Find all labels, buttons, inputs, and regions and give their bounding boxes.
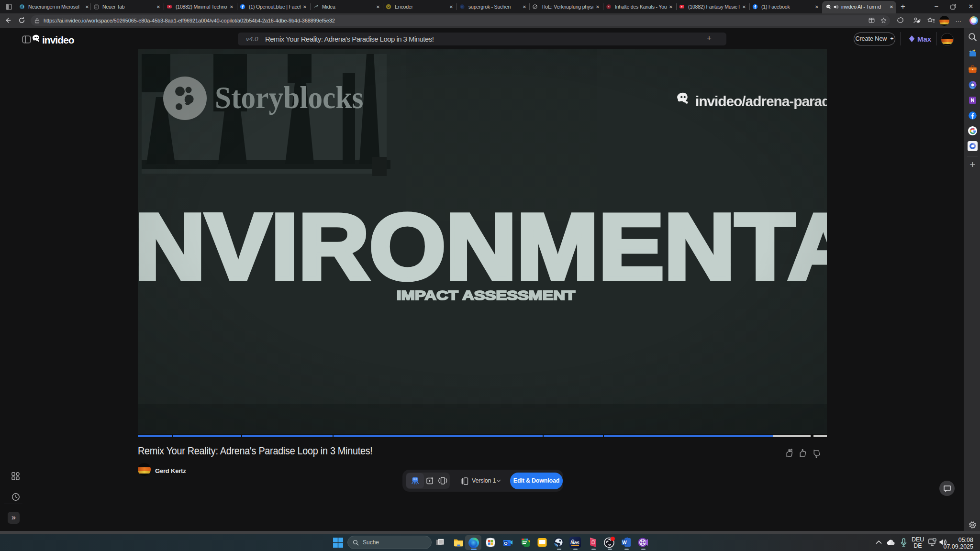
svg-text:O: O xyxy=(504,540,507,546)
svg-text:W: W xyxy=(622,540,627,545)
